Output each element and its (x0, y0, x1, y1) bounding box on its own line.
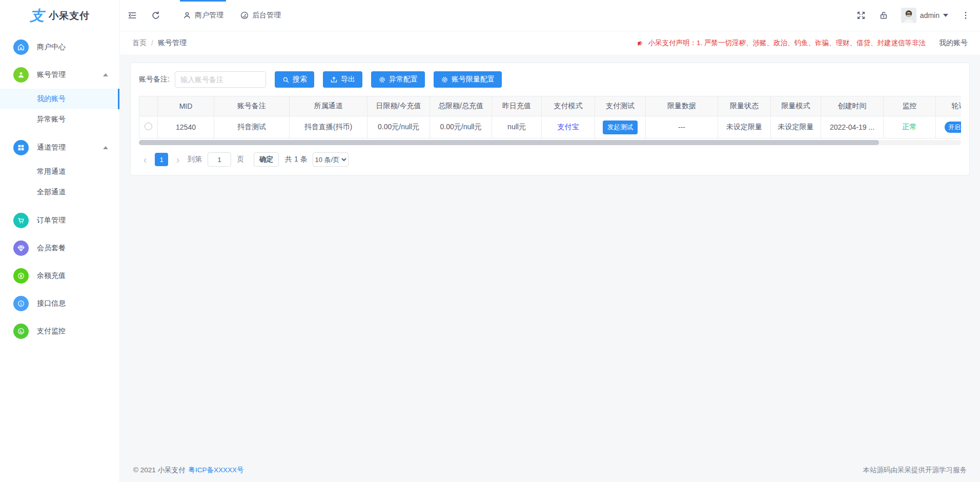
goto-page-input[interactable] (208, 152, 231, 167)
grid-icon (13, 140, 29, 155)
prev-page-icon[interactable]: ‹ (139, 153, 151, 166)
cell-created: 2022-04-19 ... (821, 116, 884, 138)
pagination: ‹ 1 › 到第 页 确定 共 1 条 10 条/页 (139, 152, 961, 167)
cell-limit-mode: 未设定限量 (771, 116, 821, 138)
notice-text: 小呆支付声明：1. 严禁一切淫秽、涉赌、政治、钓鱼、诈骗、理财、借贷、封建迷信等… (648, 38, 926, 48)
user-icon (13, 67, 29, 83)
sidebar: 支 小呆支付 商户中心 账号管理 我的账号 异常账号 (0, 0, 120, 482)
col-limit-mode: 限量模式 (771, 96, 821, 116)
tab-backend-management[interactable]: 后台管理 (237, 0, 283, 31)
app-title: 小呆支付 (49, 9, 90, 23)
abnormal-config-button[interactable]: 异常配置 (371, 71, 425, 88)
footer-left: © 2021 小呆支付粤ICP备XXXXX号 (133, 466, 244, 475)
goto-prefix-label: 到第 (188, 155, 202, 164)
sidebar-item-payment-monitor[interactable]: 支付监控 (0, 317, 119, 345)
col-channel: 所属通道 (290, 96, 368, 116)
username: admin (920, 11, 940, 19)
footer: © 2021 小呆支付粤ICP备XXXXX号 本站源码由呆呆提供开源学习服务 (120, 458, 980, 482)
col-limit-data: 限量数据 (646, 96, 718, 116)
horizontal-scrollbar-thumb[interactable] (139, 140, 879, 145)
sidebar-item-order-management[interactable]: 订单管理 (0, 207, 119, 234)
row-radio[interactable] (145, 123, 152, 130)
col-polling: 轮询 (936, 96, 962, 116)
app-logo: 支 小呆支付 (0, 0, 119, 31)
cart-icon (13, 213, 29, 228)
avatar (901, 8, 916, 23)
breadcrumb-home[interactable]: 首页 (132, 38, 147, 48)
horizontal-scrollbar-track[interactable] (139, 140, 961, 145)
cell-daily: 0.00元/null元 (368, 116, 430, 138)
chevron-up-icon (103, 146, 108, 149)
fullscreen-icon[interactable] (856, 10, 866, 21)
cell-remark: 抖音测试 (214, 116, 290, 138)
cell-mid: 12540 (158, 116, 214, 138)
sidebar-item-label: 商户中心 (37, 43, 66, 52)
sidebar-subitem-label: 全部通道 (37, 188, 66, 197)
monitor-status: 正常 (903, 123, 917, 131)
col-yesterday: 昨日充值 (492, 96, 542, 116)
gauge-icon (13, 324, 29, 339)
sidebar-item-label: 支付监控 (37, 327, 66, 336)
more-options-icon[interactable] (961, 10, 971, 21)
col-created: 创建时间 (821, 96, 884, 116)
export-button[interactable]: 导出 (323, 71, 362, 88)
sidebar-group-account-management[interactable]: 账号管理 (0, 61, 119, 89)
cell-limit-data: --- (646, 116, 718, 138)
goto-suffix-label: 页 (237, 155, 244, 164)
confirm-button[interactable]: 确定 (254, 152, 279, 167)
refresh-icon[interactable] (151, 10, 161, 21)
megaphone-icon (636, 39, 644, 47)
account-limit-config-button[interactable]: 账号限量配置 (434, 71, 502, 88)
pay-mode-link[interactable]: 支付宝 (558, 123, 579, 131)
sidebar-item-all-channels[interactable]: 全部通道 (0, 182, 119, 203)
page-size-select[interactable]: 10 条/页 (313, 152, 349, 167)
sidebar-subitem-label: 异常账号 (37, 115, 66, 124)
sidebar-item-balance-recharge[interactable]: 余额充值 (0, 262, 119, 290)
page-number-button[interactable]: 1 (155, 153, 168, 166)
table-header-row: MID 账号备注 所属通道 日限额/今充值 总限额/总充值 昨日充值 支付模式 … (139, 96, 962, 116)
cell-limit-status: 未设定限量 (718, 116, 771, 138)
filter-label: 账号备注: (139, 75, 170, 84)
next-page-icon[interactable]: › (172, 153, 184, 166)
copyright-text: © 2021 小呆支付 (133, 466, 185, 474)
polling-toggle[interactable]: 开启 (945, 122, 961, 133)
user-menu[interactable]: admin (901, 8, 948, 23)
sidebar-menu: 商户中心 账号管理 我的账号 异常账号 通道管理 (0, 31, 119, 345)
home-icon (13, 39, 29, 55)
sidebar-group-channel-management[interactable]: 通道管理 (0, 134, 119, 162)
sidebar-item-my-accounts[interactable]: 我的账号 (0, 89, 119, 109)
tab-label: 商户管理 (195, 11, 223, 20)
account-remark-input[interactable] (175, 71, 266, 88)
col-pay-test: 支付测试 (595, 96, 646, 116)
opened-page-tag[interactable]: 我的账号 (939, 38, 968, 48)
lock-icon[interactable] (879, 10, 889, 21)
dashboard-icon (240, 11, 249, 20)
sidebar-item-merchant-center[interactable]: 商户中心 (0, 33, 119, 61)
sidebar-item-label: 通道管理 (37, 143, 66, 152)
tab-label: 后台管理 (252, 11, 281, 20)
sidebar-item-label: 账号管理 (37, 70, 66, 79)
search-button[interactable]: 搜索 (275, 71, 314, 88)
col-pay-mode: 支付模式 (542, 96, 595, 116)
sidebar-item-common-channels[interactable]: 常用通道 (0, 162, 119, 182)
cell-yesterday: null元 (492, 116, 542, 138)
col-select (139, 96, 158, 116)
accounts-table-wrap: MID 账号备注 所属通道 日限额/今充值 总限额/总充值 昨日充值 支付模式 … (139, 96, 961, 138)
sidebar-item-abnormal-accounts[interactable]: 异常账号 (0, 109, 119, 130)
site-notice: 小呆支付声明：1. 严禁一切淫秽、涉赌、政治、钓鱼、诈骗、理财、借贷、封建迷信等… (636, 38, 926, 48)
sidebar-item-member-packages[interactable]: 会员套餐 (0, 234, 119, 262)
menu-fold-icon[interactable] (127, 10, 137, 21)
main-column: 商户管理 后台管理 admin (120, 0, 980, 482)
tab-merchant-management[interactable]: 商户管理 (180, 0, 226, 31)
icp-link[interactable]: 粤ICP备XXXXX号 (188, 466, 243, 474)
breadcrumb-separator: / (151, 39, 153, 47)
table-row: 12540 抖音测试 抖音直播(抖币) 0.00元/null元 0.00元/nu… (139, 116, 962, 138)
sidebar-item-api-info[interactable]: 接口信息 (0, 290, 119, 317)
col-limit-status: 限量状态 (718, 96, 771, 116)
start-test-button[interactable]: 发起测试 (603, 120, 638, 134)
total-count-label: 共 1 条 (285, 155, 308, 164)
footer-right-text: 本站源码由呆呆提供开源学习服务 (863, 466, 967, 475)
content-area: 账号备注: 搜索 导出 异常配置 (120, 54, 980, 458)
logo-glyph-icon: 支 (30, 9, 44, 23)
col-remark: 账号备注 (214, 96, 290, 116)
